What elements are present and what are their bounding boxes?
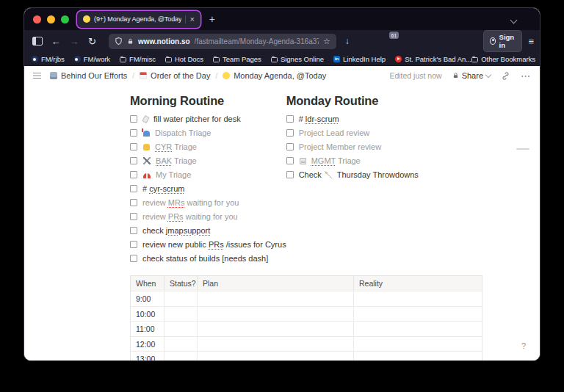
download-icon[interactable]: ↓ <box>339 33 355 49</box>
todo-text[interactable]: My Triage <box>142 170 191 179</box>
table-header-cell[interactable]: Status? <box>164 276 198 291</box>
todo-checkbox[interactable] <box>130 143 137 150</box>
todo-text[interactable]: check status of builds [needs dash] <box>142 254 268 263</box>
url-bar[interactable]: www.notion.so /fastmailteam/Monday-Agend… <box>109 34 336 49</box>
notion-sidebar-toggle-icon[interactable] <box>33 73 41 74</box>
table-header-cell[interactable]: Plan <box>198 276 354 291</box>
todo-checkbox[interactable] <box>130 199 137 206</box>
section-heading[interactable]: Monday Routine <box>286 94 419 108</box>
todo-checkbox[interactable] <box>286 171 294 178</box>
new-tab-button[interactable]: + <box>209 14 215 24</box>
todo-checkbox[interactable] <box>130 255 137 262</box>
bookmark-item[interactable]: LinkedIn Help <box>333 55 386 63</box>
todo-checkbox[interactable] <box>130 241 137 248</box>
table-cell[interactable] <box>164 306 198 322</box>
table-cell[interactable] <box>164 291 198 306</box>
section-heading[interactable]: Morning Routine <box>130 94 286 108</box>
bookmark-star-icon[interactable]: ☆ <box>323 37 330 46</box>
application-menu-button[interactable]: ≡ <box>528 36 534 47</box>
todo-text[interactable]: check jmapsupport <box>142 226 210 235</box>
todo-checkbox[interactable] <box>286 129 294 137</box>
todo-text[interactable]: # ldr-scrum <box>299 115 339 123</box>
sidebar-view-icon[interactable] <box>30 33 46 49</box>
todo-checkbox[interactable] <box>130 157 137 164</box>
table-cell[interactable] <box>164 336 198 352</box>
table-cell[interactable] <box>198 351 354 361</box>
todo-checkbox[interactable] <box>286 143 294 150</box>
other-bookmarks-button[interactable]: Other Bookmarks <box>471 55 535 63</box>
reload-button[interactable]: ↻ <box>84 33 100 49</box>
table-cell[interactable]: 13:00 <box>131 351 164 361</box>
todo-text[interactable]: CYR Triage <box>142 142 197 151</box>
breadcrumb-item[interactable]: Behind Our Efforts <box>50 71 127 80</box>
todo-text[interactable]: Dispatch Triage <box>142 128 212 137</box>
back-button[interactable]: ← <box>48 33 64 49</box>
todo-checkbox[interactable] <box>130 115 137 123</box>
todo-checkbox[interactable] <box>130 129 137 137</box>
forward-button[interactable]: → <box>66 33 82 49</box>
table-cell[interactable] <box>198 336 354 352</box>
blue-globe-extension-icon[interactable] <box>422 33 438 49</box>
todo-checkbox[interactable] <box>286 157 294 164</box>
table-header-cell[interactable]: Reality <box>354 276 482 291</box>
minimize-window-button[interactable] <box>47 15 55 23</box>
todo-text[interactable]: # cyr-scrum <box>142 184 184 193</box>
todo-checkbox[interactable] <box>286 115 294 123</box>
table-cell[interactable]: 10:00 <box>131 306 164 322</box>
todo-text[interactable]: fill water pitcher for desk <box>142 115 241 123</box>
outline-indicator[interactable] <box>516 148 529 150</box>
copy-link-icon[interactable] <box>501 71 510 81</box>
purple-shield-extension-icon[interactable] <box>442 33 458 49</box>
todo-text[interactable]: BAK Triage <box>142 156 197 165</box>
todo-text[interactable]: review PRs waiting for you <box>142 212 238 221</box>
browser-tab[interactable]: (9+) Monday Agenda, @Today × <box>77 11 200 28</box>
table-cell[interactable] <box>354 336 482 352</box>
table-cell[interactable] <box>198 306 354 322</box>
table-cell[interactable] <box>354 351 482 361</box>
lock-icon[interactable] <box>127 37 134 46</box>
todo-checkbox[interactable] <box>130 171 137 178</box>
table-cell[interactable] <box>198 291 354 306</box>
close-window-button[interactable] <box>33 15 41 23</box>
todo-text[interactable]: MGMT Triage <box>299 156 361 165</box>
todo-text[interactable]: Project Lead review <box>299 128 370 137</box>
table-cell[interactable] <box>198 321 354 336</box>
dark-shield-extension-icon[interactable] <box>401 33 417 49</box>
table-cell[interactable] <box>354 291 482 306</box>
bookmark-item[interactable]: FM/misc <box>120 55 156 63</box>
help-button[interactable]: ? <box>516 338 531 353</box>
bookmark-item[interactable]: Team Pages <box>213 55 261 63</box>
more-options-button[interactable]: ⋯ <box>521 70 531 81</box>
tab-close-icon[interactable]: × <box>189 15 194 23</box>
onepassword-extension-icon[interactable] <box>360 33 376 49</box>
table-cell[interactable]: 12:00 <box>131 336 164 352</box>
zoom-window-button[interactable] <box>61 15 69 23</box>
todo-checkbox[interactable] <box>130 227 137 234</box>
todo-text[interactable]: review new public PRs /issues for Cyrus <box>142 240 286 249</box>
export-box-extension-icon[interactable] <box>463 33 479 49</box>
breadcrumb-item[interactable]: Monday Agenda, @Today <box>223 71 326 80</box>
table-cell[interactable] <box>164 351 198 361</box>
table-cell[interactable]: 9:00 <box>131 291 164 306</box>
bookmark-item[interactable]: FM/work <box>74 55 110 63</box>
table-cell[interactable] <box>164 321 198 336</box>
bookmark-item[interactable]: St. Patrick's Bad An... <box>395 55 471 63</box>
red-circle-extension-icon[interactable]: 61 <box>380 33 397 49</box>
share-button[interactable]: Share <box>452 71 491 80</box>
table-cell[interactable] <box>354 321 482 336</box>
todo-text[interactable]: review MRs waiting for you <box>142 198 239 207</box>
bookmark-item[interactable]: FM/rjbs <box>32 55 65 63</box>
table-header-cell[interactable]: When <box>131 276 164 291</box>
todo-checkbox[interactable] <box>130 213 137 220</box>
tracking-protection-shield-icon[interactable] <box>115 37 123 46</box>
breadcrumb-item[interactable]: Order of the Day <box>140 71 210 80</box>
table-cell[interactable] <box>354 306 482 322</box>
list-all-tabs-chevron-icon[interactable] <box>510 17 518 24</box>
todo-text[interactable]: Check Thursday Throwdowns <box>299 170 419 179</box>
todo-checkbox[interactable] <box>130 185 137 192</box>
todo-text[interactable]: Project Member review <box>299 142 381 151</box>
table-cell[interactable]: 11:00 <box>131 321 164 336</box>
bookmark-item[interactable]: Hot Docs <box>165 55 203 63</box>
sign-in-button[interactable]: Sign in <box>483 30 523 52</box>
bookmark-item[interactable]: Signes Online <box>271 55 324 63</box>
